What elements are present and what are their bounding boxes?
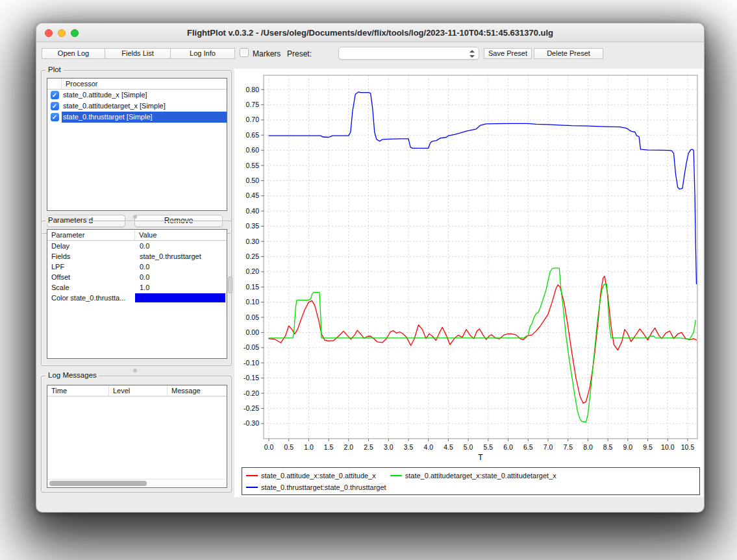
svg-text:-0.15: -0.15 xyxy=(244,374,259,382)
svg-text:0.65: 0.65 xyxy=(246,131,260,139)
svg-text:0.40: 0.40 xyxy=(246,207,260,215)
series-checkbox[interactable]: ✓ xyxy=(47,90,62,101)
parameter-row[interactable]: Color state_0.thrustta... xyxy=(47,293,227,303)
desktop-background: FlightPlot v.0.3.2 - /Users/oleg/Documen… xyxy=(0,0,737,560)
plot-series-table[interactable]: Processor ✓state_0.attitude_x [Simple]✓s… xyxy=(47,78,227,211)
delete-preset-button[interactable]: Delete Preset xyxy=(534,48,603,59)
color-swatch[interactable] xyxy=(135,293,225,302)
series-label: state_0.attitude_x [Simple] xyxy=(62,90,227,101)
svg-text:4.0: 4.0 xyxy=(423,443,433,451)
svg-text:0.25: 0.25 xyxy=(246,252,260,260)
plot-series-row[interactable]: ✓state_0.attitudetarget_x [Simple] xyxy=(47,101,227,112)
message-column-header: Message xyxy=(168,385,227,396)
svg-text:5.0: 5.0 xyxy=(464,443,473,451)
svg-text:1.0: 1.0 xyxy=(304,443,314,451)
svg-text:0.45: 0.45 xyxy=(246,191,260,199)
parameter-name: Offset xyxy=(47,273,135,281)
parameter-value[interactable]: state_0.thrusttarget xyxy=(135,252,227,260)
chart-legend: state_0.attitude_x:state_0.attitude_xsta… xyxy=(242,467,700,495)
svg-text:0.35: 0.35 xyxy=(246,222,260,230)
plot-group-title: Plot xyxy=(45,66,64,73)
parameter-row[interactable]: Offset0.0 xyxy=(47,272,227,282)
svg-text:-0.25: -0.25 xyxy=(244,404,259,412)
svg-text:3.0: 3.0 xyxy=(384,443,393,451)
svg-text:0.75: 0.75 xyxy=(246,101,260,108)
svg-text:8.5: 8.5 xyxy=(603,443,613,451)
svg-text:5.5: 5.5 xyxy=(484,443,493,451)
svg-text:-0.10: -0.10 xyxy=(244,359,259,367)
svg-text:7.0: 7.0 xyxy=(543,443,553,451)
parameter-name: Scale xyxy=(47,284,135,291)
legend-line-swatch xyxy=(390,475,402,476)
fields-list-button[interactable]: Fields List xyxy=(105,48,171,59)
parameters-table[interactable]: Parameter Value Delay0.0Fieldsstate_0.th… xyxy=(47,229,227,359)
svg-text:3.5: 3.5 xyxy=(404,443,414,451)
log-messages-horizontal-scrollbar[interactable] xyxy=(48,479,226,487)
checkmark-icon: ✓ xyxy=(51,91,59,99)
parameters-table-header: Parameter Value xyxy=(47,230,227,241)
svg-text:0.80: 0.80 xyxy=(246,86,260,93)
flight-chart[interactable]: 0.800.750.700.650.600.550.500.450.400.35… xyxy=(234,69,701,463)
horizontal-splitter-handle[interactable] xyxy=(133,215,137,219)
scrollbar-thumb[interactable] xyxy=(49,481,147,486)
parameters-group: Parameters Parameter Value Delay0.0Field… xyxy=(41,221,232,366)
parameter-value[interactable]: 1.0 xyxy=(135,284,227,291)
markers-checkbox[interactable] xyxy=(240,48,249,57)
svg-text:0.00: 0.00 xyxy=(246,328,260,336)
legend-item: state_0.attitudetarget_x:state_0.attitud… xyxy=(390,472,556,480)
vertical-splitter-handle[interactable] xyxy=(228,276,232,293)
series-checkbox[interactable]: ✓ xyxy=(47,101,62,112)
checkbox-column-header xyxy=(47,79,62,89)
plot-table-header: Processor xyxy=(47,79,227,90)
plot-series-row[interactable]: ✓state_0.attitude_x [Simple] xyxy=(47,90,227,101)
parameter-name: Fields xyxy=(47,252,135,260)
log-messages-group: Log Messages Time Level Message xyxy=(41,376,232,493)
svg-text:T: T xyxy=(478,453,483,462)
title-bar[interactable]: FlightPlot v.0.3.2 - /Users/oleg/Documen… xyxy=(36,23,704,42)
log-messages-table[interactable]: Time Level Message xyxy=(47,385,227,488)
svg-text:0.70: 0.70 xyxy=(246,116,260,123)
parameter-row[interactable]: Delay0.0 xyxy=(47,241,227,251)
svg-text:0.5: 0.5 xyxy=(284,443,294,451)
log-info-button[interactable]: Log Info xyxy=(170,48,235,59)
save-preset-button[interactable]: Save Preset xyxy=(484,48,532,59)
open-log-button[interactable]: Open Log xyxy=(42,48,105,59)
legend-line-swatch xyxy=(246,487,258,488)
legend-label: state_0.attitudetarget_x:state_0.attitud… xyxy=(405,472,556,480)
svg-text:-0.20: -0.20 xyxy=(244,389,259,397)
svg-text:0.10: 0.10 xyxy=(246,298,260,306)
flightplot-window: FlightPlot v.0.3.2 - /Users/oleg/Documen… xyxy=(36,23,705,513)
toolbar: Open Log Fields List Log Info Markers Pr… xyxy=(36,42,704,63)
preset-label: Preset: xyxy=(287,49,312,58)
svg-text:9.0: 9.0 xyxy=(623,443,633,451)
legend-label: state_0.attitude_x:state_0.attitude_x xyxy=(261,472,376,480)
preset-combobox[interactable] xyxy=(338,47,479,60)
plot-group: Plot Processor ✓state_0.attitude_x [Simp… xyxy=(41,70,232,234)
svg-text:0.30: 0.30 xyxy=(246,237,260,245)
parameter-row[interactable]: Fieldsstate_0.thrusttarget xyxy=(47,251,227,262)
parameter-name: LPF xyxy=(47,263,135,271)
chart-panel: 0.800.750.700.650.600.550.500.450.400.35… xyxy=(234,69,703,497)
plot-series-row[interactable]: ✓state_0.thrusttarget [Simple] xyxy=(47,112,227,123)
parameter-value[interactable]: 0.0 xyxy=(135,273,227,281)
series-label: state_0.attitudetarget_x [Simple] xyxy=(62,101,227,112)
time-column-header: Time xyxy=(47,385,109,396)
series-checkbox[interactable]: ✓ xyxy=(47,112,62,123)
svg-text:-0.05: -0.05 xyxy=(244,343,259,351)
horizontal-splitter-handle-2[interactable] xyxy=(133,369,137,372)
checkmark-icon: ✓ xyxy=(51,113,59,121)
svg-text:6.5: 6.5 xyxy=(523,443,533,451)
svg-text:9.5: 9.5 xyxy=(643,443,653,451)
svg-text:0.20: 0.20 xyxy=(246,267,260,275)
svg-text:2.5: 2.5 xyxy=(364,443,373,451)
parameter-name: Color state_0.thrustta... xyxy=(47,294,135,302)
log-messages-group-title: Log Messages xyxy=(45,371,99,379)
parameter-value[interactable]: 0.0 xyxy=(135,263,227,271)
parameter-value[interactable]: 0.0 xyxy=(135,242,227,250)
legend-item: state_0.thrusttarget:state_0.thrusttarge… xyxy=(246,483,386,491)
combobox-stepper-icon[interactable] xyxy=(469,49,475,59)
parameter-row[interactable]: LPF0.0 xyxy=(47,262,227,272)
svg-text:0.15: 0.15 xyxy=(246,283,260,291)
parameter-name: Delay xyxy=(47,242,135,250)
parameter-row[interactable]: Scale1.0 xyxy=(47,282,227,293)
